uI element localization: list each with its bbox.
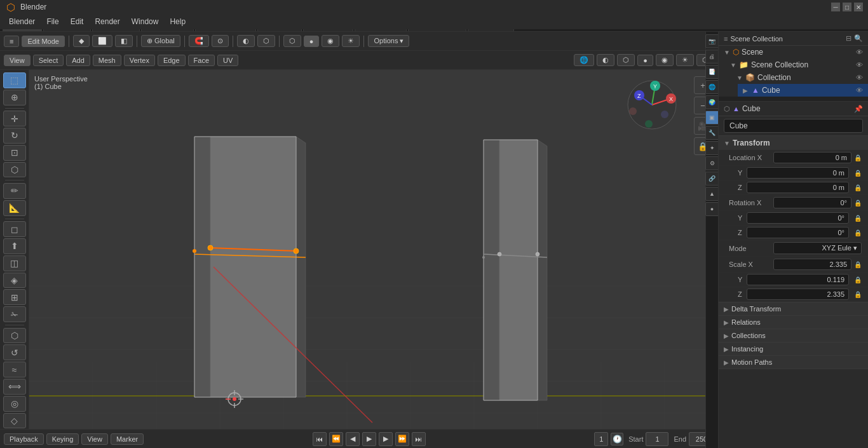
play-btn[interactable]: ▶ [362,432,376,446]
scale-tool[interactable]: ⊡ [3,145,26,161]
object-props-icon[interactable]: ▣ [705,111,719,125]
search-icon[interactable]: 🔍 [854,34,863,43]
mesh-menu-btn[interactable]: Mesh [93,55,121,66]
viewport-3d[interactable]: X Y Z User Perspective (1) Cube [29,70,718,448]
scene-visibility-icon[interactable]: 👁 [856,48,863,56]
material-props-icon[interactable]: ● [705,202,719,216]
cube-tree-item[interactable]: ▶ ▲ Cube 👁 [738,84,868,97]
transform-global-btn[interactable]: ⊕ Global [141,35,180,47]
scene-collection-tree[interactable]: ▼ 📁 Scene Collection 👁 [725,58,868,71]
rotate-tool[interactable]: ↻ [3,128,26,144]
select-box-tool[interactable]: ⬚ [3,72,26,88]
constraints-props-icon[interactable]: 🔗 [705,172,719,186]
scene-collection-visibility[interactable]: 👁 [856,61,863,69]
physics-props-icon[interactable]: ⚙ [705,156,719,170]
vertex-menu-btn[interactable]: Vertex [124,55,155,66]
scale-z-value[interactable]: 2.335 [747,288,849,300]
smooth-tool[interactable]: ≈ [3,362,26,377]
menu-help[interactable]: Help [165,16,191,27]
spin-tool[interactable]: ↺ [3,344,26,360]
particles-props-icon[interactable]: ✦ [705,141,719,155]
menu-render[interactable]: Render [90,16,125,27]
viewport-shading-btn[interactable]: 🌐 [574,54,594,66]
location-y-lock[interactable]: 🔒 [854,170,862,177]
display-type-material[interactable]: ◉ [656,54,674,66]
viewport-overlay-btn2[interactable]: ◐ [597,54,614,66]
marker-menu[interactable]: Marker [111,433,144,445]
uv-menu-btn[interactable]: UV [217,55,238,66]
menu-edit[interactable]: Edit [65,16,89,27]
mode-value[interactable]: XYZ Eule ▾ [773,242,862,254]
scale-y-value[interactable]: 0.119 [747,274,849,285]
rotation-y-value[interactable]: 0° [747,212,849,224]
delta-transform-header[interactable]: ▶ Delta Transform [719,302,868,315]
rotation-z-value[interactable]: 0° [747,227,849,238]
step-back-btn[interactable]: ◀ [346,432,360,446]
scale-x-value[interactable]: 2.335 [773,259,851,270]
relations-header[interactable]: ▶ Relations [719,316,868,329]
render-props-icon[interactable]: 📷 [705,34,719,48]
jump-end-btn[interactable]: ⏭ [412,432,426,446]
view-menu-btn[interactable]: View [4,55,31,66]
location-x-lock[interactable]: 🔒 [854,154,862,161]
minimize-button[interactable]: ─ [831,3,840,11]
poly-build-tool[interactable]: ⬡ [3,328,26,344]
scale-z-lock[interactable]: 🔒 [854,291,862,298]
loop-cut-tool[interactable]: ⊞ [3,289,26,305]
location-x-value[interactable]: 0 m [773,152,851,163]
rotation-x-value[interactable]: 0° [773,197,851,208]
face-select-btn[interactable]: ◧ [115,35,133,47]
shear-tool[interactable]: ◇ [3,413,26,429]
add-cube-tool[interactable]: ◻ [3,221,26,237]
view-layer-props-icon[interactable]: 📑 [705,65,719,79]
extrude-tool[interactable]: ⬆ [3,238,26,254]
move-tool[interactable]: ✛ [3,111,26,126]
edge-menu-btn[interactable]: Edge [158,55,186,66]
transform-tool[interactable]: ⬡ [3,162,26,178]
object-name-input[interactable]: Cube [724,119,863,133]
measure-tool[interactable]: 📐 [3,200,26,216]
display-type-solid[interactable]: ● [637,55,653,66]
transform-section-header[interactable]: ▼ Transform [719,136,868,150]
vertex-select-btn[interactable]: ◆ [73,35,90,47]
material-btn[interactable]: ◉ [322,35,339,47]
step-fwd-btn[interactable]: ▶ [379,432,393,446]
rendered-btn[interactable]: ☀ [342,35,360,47]
edge-slide-tool[interactable]: ⟺ [3,379,26,395]
overlay-btn[interactable]: ◐ [237,35,255,47]
rotation-x-lock[interactable]: 🔒 [854,200,862,207]
keying-menu[interactable]: Keying [46,433,79,445]
wireframe-btn[interactable]: ⬡ [283,35,301,47]
knife-tool[interactable]: ✁ [3,306,26,322]
edit-mode-button[interactable]: Edit Mode [22,36,65,47]
collection-tree[interactable]: ▼ 📦 Collection 👁 [731,71,868,84]
scene-root[interactable]: ▼ ⬡ Scene 👁 [719,46,868,58]
start-frame-input[interactable]: 1 [646,432,668,446]
collections-header[interactable]: ▶ Collections [719,329,868,342]
viewport-xray2[interactable]: ⬡ [617,54,635,66]
display-type-rendered[interactable]: ☀ [676,54,694,66]
modifier-props-icon[interactable]: 🔧 [705,126,719,140]
jump-next-key-btn[interactable]: ⏩ [395,432,409,446]
select-menu-btn[interactable]: Select [33,55,64,66]
jump-prev-key-btn[interactable]: ⏪ [329,432,343,446]
cursor-tool[interactable]: ⊕ [3,90,26,105]
close-button[interactable]: ✕ [854,3,863,11]
collection-visibility[interactable]: 👁 [856,74,863,81]
world-props-icon[interactable]: 🌍 [705,95,719,109]
view-menu-timeline[interactable]: View [81,433,108,445]
menu-file[interactable]: File [41,16,64,27]
rotation-z-lock[interactable]: 🔒 [854,229,862,236]
scale-y-lock[interactable]: 🔒 [854,276,862,283]
object-name-label[interactable]: Cube [742,104,851,113]
pin-icon[interactable]: 📌 [854,105,863,113]
instancing-header[interactable]: ▶ Instancing [719,343,868,355]
edge-select-btn[interactable]: ⬜ [92,35,112,47]
face-menu-btn[interactable]: Face [188,55,215,66]
xray-btn[interactable]: ⬡ [257,35,275,47]
proportional-btn[interactable]: ⊙ [212,35,229,47]
solid-btn[interactable]: ● [304,36,320,47]
location-z-value[interactable]: 0 m [747,182,849,193]
cube-visibility[interactable]: 👁 [856,86,863,94]
options-btn[interactable]: Options ▾ [368,35,409,47]
